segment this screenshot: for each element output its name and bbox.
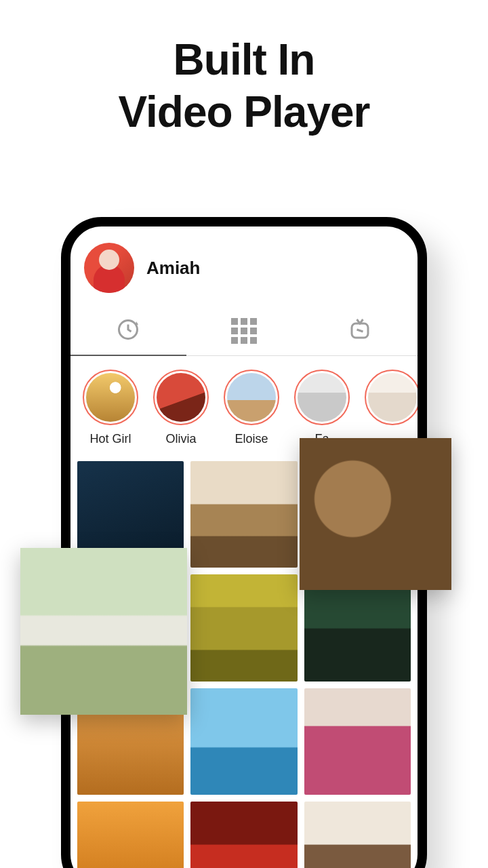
floating-preview-right (300, 438, 451, 590)
story-avatar (368, 373, 417, 422)
igtv-icon (348, 317, 372, 344)
story-item[interactable] (365, 370, 420, 446)
feed-thumb[interactable] (190, 688, 297, 795)
story-label: Olivia (153, 432, 209, 446)
story-label: Hot Girl (83, 432, 138, 446)
story-avatar (227, 373, 276, 422)
story-avatar (157, 373, 205, 422)
story-item[interactable]: Hot Girl (83, 370, 138, 446)
story-label: Eloise (224, 432, 279, 446)
hero-line1: Built In (0, 34, 488, 86)
tab-recent[interactable] (70, 307, 186, 355)
profile-header: Amiah (70, 226, 418, 301)
story-avatar (298, 373, 346, 422)
floating-preview-left (20, 548, 187, 715)
username-label: Amiah (146, 258, 200, 279)
grid-icon (231, 318, 257, 344)
stories-row[interactable]: Hot Girl Olivia Eloise Fa (70, 356, 418, 452)
feed-thumb[interactable] (304, 802, 411, 868)
story-item[interactable]: Fa (294, 370, 350, 446)
story-avatar (86, 373, 135, 422)
avatar[interactable] (84, 243, 134, 293)
feed-thumb[interactable] (304, 574, 411, 681)
feed-thumb[interactable] (190, 461, 297, 568)
feed-thumb[interactable] (304, 688, 411, 795)
clock-arrow-icon (116, 317, 140, 344)
tab-igtv[interactable] (302, 307, 418, 355)
hero-line2: Video Player (0, 86, 488, 138)
feed-thumb[interactable] (190, 574, 297, 681)
profile-tabs (70, 307, 418, 356)
feed-thumb[interactable] (77, 802, 184, 868)
hero-title: Built In Video Player (0, 0, 488, 138)
story-item[interactable]: Olivia (153, 370, 209, 446)
story-item[interactable]: Eloise (224, 370, 279, 446)
feed-thumb[interactable] (190, 802, 297, 868)
tab-grid[interactable] (186, 307, 302, 355)
